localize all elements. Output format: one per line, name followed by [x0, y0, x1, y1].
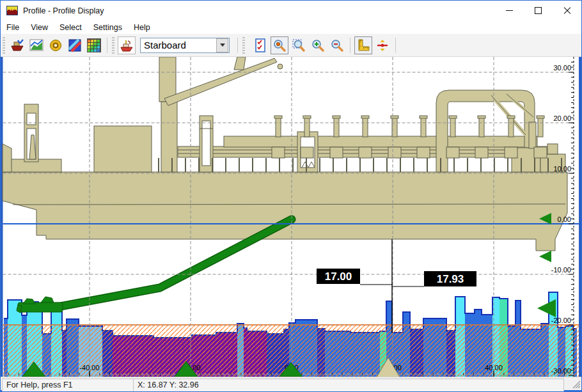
checklist-button[interactable]: [251, 36, 269, 54]
measure-line-icon: [375, 38, 389, 52]
menu-bar: File View Select Settings Help: [1, 20, 581, 34]
menu-view[interactable]: View: [25, 22, 54, 33]
ship-mid-gantry: [200, 116, 213, 172]
status-coordinates: X: 16.87 Y: 32.96: [133, 379, 564, 392]
roll-button[interactable]: [47, 36, 65, 54]
draghead: [17, 297, 63, 313]
app-window: { "window": { "title": "Profile - Profil…: [0, 0, 582, 392]
zoom-in-icon: [311, 38, 325, 52]
y-axis-label: -10.00: [551, 266, 571, 274]
close-icon: [563, 7, 571, 15]
toolbar: Starboard: [1, 34, 581, 57]
ship-funnel: [234, 57, 246, 70]
ship-profile-icon: [10, 38, 24, 52]
title-bar[interactable]: Profile - Profile Display: [1, 1, 581, 20]
app-icon: [6, 6, 18, 15]
x-axis-label: -40.00: [79, 364, 99, 372]
toolbar-separator: [107, 38, 107, 53]
zoom-window-icon: [292, 38, 306, 52]
ship-bow-bulwark: [3, 144, 12, 172]
maximize-button[interactable]: [524, 1, 553, 20]
roll-icon: [49, 38, 63, 52]
color-grid-icon: [87, 38, 101, 52]
measure-line-button[interactable]: [374, 36, 391, 54]
toolbar-separator: [395, 38, 396, 53]
area-chart-icon: [29, 38, 43, 52]
zoom-out-button[interactable]: [328, 36, 346, 54]
zoom-window-button[interactable]: [290, 36, 308, 54]
side-selector-value: Starboard: [141, 40, 216, 51]
checklist-icon: [253, 38, 267, 52]
zoom-out-icon: [330, 38, 344, 52]
ruler-button[interactable]: [354, 36, 372, 54]
depth-value-label: 17.00: [325, 270, 352, 283]
zoom-select-icon: [272, 38, 287, 52]
zoom-select-button[interactable]: [271, 36, 288, 54]
window-title: Profile - Profile Display: [23, 6, 104, 15]
level-marker-arrow: [539, 251, 551, 262]
maximize-icon: [535, 7, 542, 14]
ship-profile-button[interactable]: [8, 36, 26, 54]
y-axis-label: 10.00: [553, 165, 571, 173]
resize-grip[interactable]: [572, 380, 581, 389]
menu-select[interactable]: Select: [54, 22, 88, 33]
minimize-icon: [506, 10, 513, 11]
y-axis-label: 0.00: [558, 216, 571, 223]
tugboat-button[interactable]: [118, 36, 136, 54]
menu-file[interactable]: File: [1, 22, 25, 33]
y-axis-label: -20.00: [551, 317, 571, 324]
status-help-text: For Help, press F1: [2, 379, 134, 392]
toolbar-separator: [350, 38, 350, 53]
ruler-icon: [356, 38, 370, 52]
menu-help[interactable]: Help: [128, 22, 156, 33]
close-button[interactable]: [553, 1, 581, 20]
zoom-in-button[interactable]: [309, 36, 327, 54]
status-bar: For Help, press F1 X: 16.87 Y: 32.96: [1, 377, 581, 391]
toolbar-gripper[interactable]: [112, 37, 114, 54]
depth-measurement: 17.0017.93: [317, 239, 476, 333]
ship-hull: [3, 172, 567, 251]
toolbar-separator: [237, 38, 238, 53]
plot-right-frame: [579, 57, 581, 378]
diagonal-square-icon: [68, 38, 82, 52]
plot-left-frame: [1, 57, 3, 378]
profile-plot-area: 30.0020.0010.000.00-10.00-20.00-30.00-40…: [1, 57, 581, 378]
x-axis-label: 40.00: [485, 364, 503, 372]
profile-plot[interactable]: 30.0020.0010.000.00-10.00-20.00-30.00-40…: [1, 57, 581, 378]
combobox-dropdown-icon[interactable]: [216, 38, 228, 52]
minimize-button[interactable]: [495, 1, 524, 20]
depth-value-label: 17.93: [437, 273, 464, 285]
toolbar-gripper[interactable]: [242, 37, 245, 54]
area-chart-button[interactable]: [28, 36, 45, 54]
diagonal-square-button[interactable]: [66, 36, 84, 54]
level-marker-arrow: [537, 299, 556, 317]
tugboat-icon: [120, 38, 134, 52]
ship-bow-gantry: [24, 104, 38, 162]
ship-deckhouse: [94, 126, 152, 172]
toolbar-gripper[interactable]: [3, 37, 5, 54]
color-grid-button[interactable]: [85, 36, 103, 54]
y-axis-label: 30.00: [553, 64, 571, 72]
y-axis-label: 20.00: [553, 114, 571, 122]
side-selector-combobox[interactable]: Starboard: [140, 38, 230, 53]
ship-deck-pipeline: [224, 136, 537, 147]
menu-settings[interactable]: Settings: [88, 22, 128, 33]
